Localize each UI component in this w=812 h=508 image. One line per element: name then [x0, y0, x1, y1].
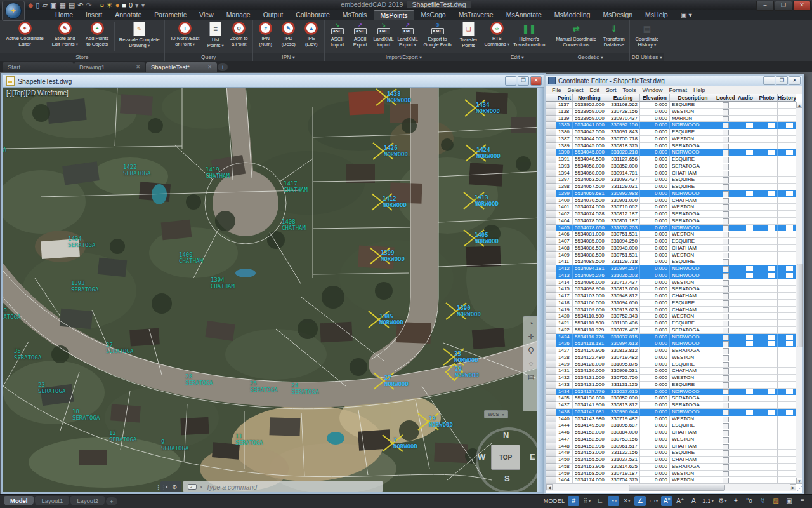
cell-locked[interactable]	[716, 389, 735, 396]
cell-easting[interactable]: 331037.531	[606, 457, 640, 464]
cell-elevation[interactable]: 0.000	[640, 211, 670, 218]
cell-northing[interactable]: 5534074.528	[573, 211, 606, 218]
cell-northing[interactable]: 5534163.906	[573, 464, 606, 471]
cell-easting[interactable]: 330961.517	[606, 443, 640, 450]
ipn-num-button[interactable]: #IPN(Num)	[254, 20, 277, 48]
row-selector[interactable]	[546, 116, 556, 123]
cell-elevation[interactable]: 0.000	[640, 320, 670, 327]
qat-menu-icon[interactable]: ▾	[141, 1, 145, 10]
cell-easting[interactable]: 330948.000	[606, 245, 640, 252]
cell-point[interactable]: 1433	[556, 382, 573, 389]
cell-audio[interactable]	[735, 327, 756, 334]
cell-photo[interactable]	[756, 272, 778, 279]
cell-easting[interactable]: 331108.562	[606, 102, 640, 109]
table-row[interactable]: 14205534110.500330752.3430.000WESTON	[546, 313, 802, 320]
cell-point[interactable]: 1400	[556, 197, 573, 204]
app-close-button[interactable]: ✕	[793, 1, 811, 11]
table-row[interactable]: 14345534137.776331037.0150.000NORWOOD	[546, 389, 802, 396]
tab-msannotate[interactable]: MsAnnotate	[501, 10, 547, 20]
cell-history[interactable]	[778, 286, 796, 293]
cell-history[interactable]	[778, 245, 796, 252]
layer-swatch-icon[interactable]: ■	[122, 1, 126, 10]
app-maximize-button[interactable]: ❐	[775, 1, 792, 11]
cell-description[interactable]: NORWOOD	[670, 409, 716, 416]
tab-parametric[interactable]: Parametric	[148, 10, 192, 20]
cell-history[interactable]	[778, 102, 796, 109]
cell-northing[interactable]: 5534110.929	[573, 327, 606, 334]
cell-history[interactable]	[778, 402, 796, 409]
cell-audio[interactable]	[735, 402, 756, 409]
table-row[interactable]: 14275534120.906330813.8120.000SERATOGA	[546, 347, 802, 354]
cell-history[interactable]	[778, 184, 796, 190]
cell-description[interactable]: SERATOGA	[670, 218, 716, 225]
cell-audio[interactable]	[735, 265, 756, 272]
cell-photo[interactable]	[756, 286, 778, 293]
cell-audio[interactable]	[735, 464, 756, 471]
table-row[interactable]: 14285534122.480330719.4820.000WESTON	[546, 354, 802, 361]
cell-easting[interactable]: 330876.487	[606, 327, 640, 334]
table-row[interactable]: 13895534045.000330818.3750.000SERATOGA	[546, 143, 802, 150]
cell-audio[interactable]	[735, 116, 756, 123]
cell-locked[interactable]	[716, 163, 735, 170]
locked-checkbox[interactable]	[723, 137, 729, 143]
new-layout-button[interactable]: +	[106, 497, 117, 505]
cell-photo[interactable]	[756, 429, 778, 436]
table-row[interactable]: 14125534094.181330994.2070.000NORWOOD	[546, 265, 802, 272]
cell-northing[interactable]: 5534060.000	[573, 170, 606, 177]
cell-history[interactable]	[778, 300, 796, 307]
cell-easting[interactable]: 330813.812	[606, 402, 640, 409]
row-selector[interactable]	[546, 300, 556, 307]
cell-description[interactable]: NORWOOD	[670, 149, 716, 156]
cell-photo[interactable]	[756, 300, 778, 307]
cell-photo[interactable]	[756, 375, 778, 382]
tab-mstools[interactable]: MsTools	[337, 10, 373, 20]
cell-description[interactable]: CHATHAM	[670, 443, 716, 450]
table-row[interactable]: 14465534152.000330884.0000.000CHATHAM	[546, 429, 802, 436]
manual-coordinate-conversions-button[interactable]: ⇄Manual CoordinateConversions	[553, 20, 599, 48]
cell-audio[interactable]	[735, 225, 756, 232]
table-row[interactable]: 14215534110.500331130.4060.000ESQUIRE	[546, 320, 802, 327]
cell-description[interactable]: WESTON	[670, 279, 716, 286]
cell-point[interactable]: 1412	[556, 265, 573, 272]
cell-locked[interactable]	[716, 211, 735, 218]
table-row[interactable]: 14145534096.000330717.4370.000WESTON	[546, 279, 802, 286]
cell-point[interactable]: 1449	[556, 450, 573, 457]
drawing-close-button[interactable]: ✕	[530, 76, 542, 86]
cell-easting[interactable]: 330970.437	[606, 116, 640, 123]
rts-command-button[interactable]: </>RTSCommand ▾	[485, 20, 509, 48]
row-selector[interactable]	[546, 218, 556, 225]
cell-northing[interactable]: 5534067.500	[573, 184, 606, 190]
cell-history[interactable]	[778, 129, 796, 136]
cell-point[interactable]: 1139	[556, 116, 573, 123]
locked-checkbox[interactable]	[723, 348, 729, 354]
cell-northing[interactable]: 5534096.000	[573, 279, 606, 286]
editor-close-button[interactable]: ✕	[789, 76, 801, 85]
cell-point[interactable]: 1393	[556, 163, 573, 170]
cell-elevation[interactable]: 0.000	[640, 402, 670, 409]
locked-checkbox[interactable]	[723, 382, 729, 389]
cell-history[interactable]	[778, 238, 796, 245]
locked-checkbox[interactable]	[723, 184, 729, 190]
cell-easting[interactable]: 330753.156	[606, 436, 640, 443]
cell-audio[interactable]	[735, 313, 756, 320]
table-row[interactable]: 13875534044.500330750.7180.000WESTON	[546, 136, 802, 143]
tab-msdesign[interactable]: MsDesign	[597, 10, 638, 20]
cell-easting[interactable]: 331094.250	[606, 238, 640, 245]
cell-northing[interactable]: 5534063.500	[573, 177, 606, 184]
cell-elevation[interactable]: 0.000	[640, 272, 670, 279]
cell-description[interactable]: ESQUIRE	[670, 361, 716, 368]
isolate-objects-button[interactable]: °o	[743, 496, 755, 506]
locked-checkbox[interactable]	[723, 375, 729, 382]
cell-audio[interactable]	[735, 368, 756, 375]
plot-icon[interactable]: ▤	[69, 1, 75, 10]
cell-description[interactable]: WESTON	[670, 313, 716, 320]
cell-locked[interactable]	[716, 361, 735, 368]
cell-locked[interactable]	[716, 375, 735, 382]
table-row[interactable]: 13985534067.500331129.0310.000ESQUIRE	[546, 184, 802, 190]
cell-elevation[interactable]: 0.000	[640, 184, 670, 190]
add-points-to-objects-button[interactable]: +Add Pointsto Objects	[82, 20, 113, 48]
isometric-drafting-toggle[interactable]: ×▾	[621, 496, 632, 506]
coordinate-history-button[interactable]: ▤CoordinateHistory ▾	[631, 20, 662, 48]
table-row[interactable]: 14065534081.000330751.5310.000WESTON	[546, 231, 802, 238]
table-row[interactable]: 14005534070.500330901.0000.000CHATHAM	[546, 197, 802, 204]
